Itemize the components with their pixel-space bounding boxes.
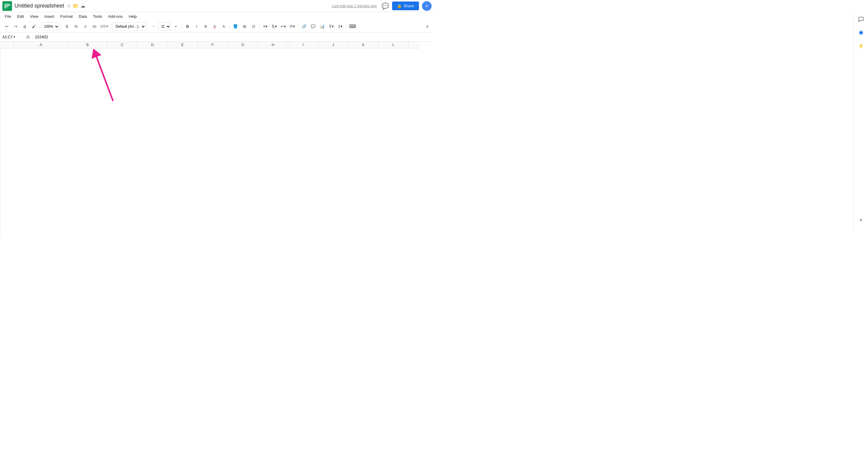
print-button[interactable]: 🖨: [21, 22, 29, 31]
cell-reference[interactable]: A1:C7 ▾: [0, 35, 24, 39]
star-icon[interactable]: ☆: [67, 3, 71, 9]
col-header-g[interactable]: G: [228, 41, 258, 48]
borders-button[interactable]: ⊞: [240, 22, 249, 31]
divider2: [61, 24, 61, 30]
valign-button[interactable]: ⇅▾: [270, 22, 278, 31]
menubar: File Edit View Insert Format Data Tools …: [0, 12, 434, 21]
lock-icon: 🔒: [397, 4, 402, 8]
zoom-select[interactable]: 100%75%50%125%: [41, 22, 59, 31]
function-button[interactable]: Σ▾: [336, 22, 344, 31]
font-size-decrease-button[interactable]: −: [149, 22, 158, 31]
font-size-select[interactable]: 10891112: [158, 22, 171, 31]
strikethrough-button[interactable]: S: [201, 22, 210, 31]
font-size-increase-button[interactable]: +: [172, 22, 180, 31]
menu-edit[interactable]: Edit: [15, 13, 26, 20]
svg-rect-4: [4, 7, 7, 8]
filter-button[interactable]: ⊽▾: [327, 22, 336, 31]
app-icon: [2, 1, 12, 11]
text-rotate-button[interactable]: ⟳▾: [288, 22, 297, 31]
decimal-less-button[interactable]: .0: [81, 22, 89, 31]
col-header-l[interactable]: L: [378, 41, 409, 48]
divider8: [298, 24, 299, 30]
comments-icon[interactable]: 💬: [381, 2, 389, 10]
menu-addons[interactable]: Add-ons: [106, 13, 125, 20]
col-header-m[interactable]: M: [409, 41, 420, 48]
divider5: [181, 24, 182, 30]
menu-view[interactable]: View: [27, 13, 41, 20]
title-bar: Untitled spreadsheet ☆ 📁 ☁ Last edit was…: [0, 0, 434, 12]
col-header-c[interactable]: C: [107, 41, 137, 48]
keyboard-button[interactable]: ⌨: [348, 22, 357, 31]
redo-button[interactable]: ↪: [11, 22, 20, 31]
menu-file[interactable]: File: [2, 13, 13, 20]
svg-rect-3: [4, 6, 8, 7]
undo-button[interactable]: ↩: [2, 22, 11, 31]
menu-tools[interactable]: Tools: [90, 13, 104, 20]
comment-button[interactable]: 💬: [309, 22, 317, 31]
cell-ref-dropdown-icon[interactable]: ▾: [13, 35, 15, 39]
divider1: [39, 24, 40, 30]
bold-button[interactable]: B: [183, 22, 192, 31]
toolbar: ↩ ↪ 🖨 🖌 100%75%50%125% $ % .0 .00 123 ▾ …: [0, 21, 434, 33]
col-header-j[interactable]: J: [318, 41, 348, 48]
percent-button[interactable]: %: [72, 22, 80, 31]
divider9: [346, 24, 346, 30]
decimal-more-button[interactable]: .00: [90, 22, 98, 31]
svg-rect-0: [2, 1, 12, 11]
avatar[interactable]: A: [422, 1, 432, 11]
spreadsheet-grid[interactable]: [0, 49, 420, 238]
link-button[interactable]: 🔗: [300, 22, 308, 31]
folder-icon[interactable]: 📁: [73, 3, 79, 9]
text-wrap-button[interactable]: ↵▾: [279, 22, 287, 31]
formula-input[interactable]: [33, 35, 434, 39]
svg-rect-2: [4, 5, 10, 6]
corner-cell: [0, 41, 14, 48]
column-headers: A B C D E F G H I J K L M: [0, 41, 420, 49]
collapse-toolbar-button[interactable]: ∧: [423, 22, 432, 31]
menu-format[interactable]: Format: [58, 13, 75, 20]
divider3: [111, 24, 111, 30]
menu-data[interactable]: Data: [76, 13, 89, 20]
svg-rect-1: [4, 4, 10, 4]
underline-button[interactable]: A: [210, 22, 219, 31]
merge-cells-button[interactable]: ⊡: [249, 22, 258, 31]
currency-button[interactable]: $: [63, 22, 71, 31]
text-color-button[interactable]: A: [219, 22, 228, 31]
col-header-e[interactable]: E: [167, 41, 198, 48]
grid-body: [0, 49, 420, 238]
formula-bar: A1:C7 ▾ fx: [0, 33, 434, 41]
fill-color-button[interactable]: 🪣: [231, 22, 240, 31]
col-header-h[interactable]: H: [258, 41, 288, 48]
last-edit-status[interactable]: Last edit was 2 minutes ago: [332, 4, 377, 8]
share-button[interactable]: 🔒 Share: [392, 1, 419, 10]
menu-help[interactable]: Help: [126, 13, 139, 20]
chart-button[interactable]: 📊: [318, 22, 327, 31]
col-header-d[interactable]: D: [137, 41, 167, 48]
col-header-f[interactable]: F: [198, 41, 228, 48]
menu-insert[interactable]: Insert: [42, 13, 57, 20]
halign-button[interactable]: ≡▾: [261, 22, 270, 31]
divider7: [259, 24, 259, 30]
paint-format-button[interactable]: 🖌: [30, 22, 38, 31]
formula-fx-label: fx: [24, 35, 33, 39]
col-header-k[interactable]: K: [348, 41, 378, 48]
col-header-b[interactable]: B: [68, 41, 107, 48]
divider4: [147, 24, 148, 30]
format-type-button[interactable]: 123 ▾: [99, 22, 110, 31]
divider6: [229, 24, 230, 30]
col-header-a[interactable]: A: [14, 41, 68, 48]
font-family-select[interactable]: Default (Ari…): [113, 22, 146, 31]
cloud-icon[interactable]: ☁: [81, 3, 85, 9]
col-header-i[interactable]: I: [288, 41, 318, 48]
header-right: 💬 🔒 Share A: [381, 1, 432, 11]
document-title[interactable]: Untitled spreadsheet: [14, 3, 64, 9]
italic-button[interactable]: I: [192, 22, 201, 31]
